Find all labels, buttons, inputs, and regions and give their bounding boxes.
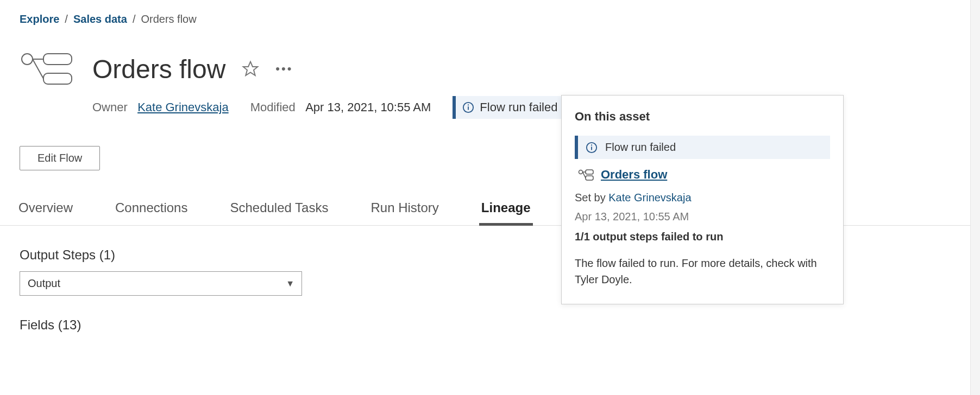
modified-label: Modified [250,100,296,114]
breadcrumb-explore[interactable]: Explore [20,13,59,26]
breadcrumb-sales-data[interactable]: Sales data [73,13,127,26]
tab-connections[interactable]: Connections [113,200,190,225]
svg-rect-2 [43,54,72,65]
breadcrumb-current: Orders flow [141,13,196,26]
info-icon [586,142,598,154]
tab-run-history[interactable]: Run History [368,200,441,225]
info-icon [462,101,474,113]
status-popover: On this asset Flow run failed Orders flo… [561,95,844,304]
popover-fail-summary: 1/1 output steps failed to run [575,231,830,243]
status-pill[interactable]: Flow run failed [453,96,567,119]
svg-rect-14 [586,170,593,174]
popover-heading: On this asset [575,110,830,124]
breadcrumb: Explore / Sales data / Orders flow [0,0,980,26]
owner-label: Owner [92,100,128,114]
popover-set-by: Set by Kate Grinevskaja [575,192,830,204]
popover-message: The flow failed to run. For more details… [575,255,830,288]
tab-lineage[interactable]: Lineage [479,200,533,226]
svg-marker-5 [243,62,258,75]
more-actions-icon[interactable]: ••• [275,60,293,78]
flow-icon [578,168,594,181]
svg-point-8 [468,104,469,105]
output-select-value[interactable]: Output [20,271,302,296]
tab-overview[interactable]: Overview [16,200,75,225]
popover-flow-link[interactable]: Orders flow [578,168,830,182]
owner-link[interactable]: Kate Grinevskaja [137,100,229,114]
svg-line-15 [583,172,586,178]
tab-scheduled-tasks[interactable]: Scheduled Tasks [228,200,330,225]
popover-status-text: Flow run failed [605,141,676,154]
popover-flow-link-text: Orders flow [601,168,667,182]
svg-point-11 [591,144,592,145]
popover-date: Apr 13, 2021, 10:55 AM [575,211,830,223]
output-select[interactable]: Output ▼ [20,271,302,296]
modified-date: Apr 13, 2021, 10:55 AM [305,100,431,114]
page-header: Orders flow ••• [0,26,980,91]
edit-flow-button[interactable]: Edit Flow [20,146,100,170]
popover-set-by-link[interactable]: Kate Grinevskaja [608,192,691,203]
svg-rect-4 [43,73,72,84]
flow-type-icon [20,47,79,91]
svg-point-0 [22,54,33,65]
svg-line-3 [33,59,43,79]
popover-set-by-label: Set by [575,192,608,203]
page-title: Orders flow [92,54,225,84]
breadcrumb-sep: / [65,13,68,26]
star-icon[interactable] [242,60,259,78]
scrollbar[interactable] [970,0,980,395]
svg-point-12 [579,170,583,174]
popover-status[interactable]: Flow run failed [575,136,830,159]
breadcrumb-sep: / [133,13,136,26]
svg-rect-16 [586,176,593,180]
status-pill-text: Flow run failed [480,100,557,114]
